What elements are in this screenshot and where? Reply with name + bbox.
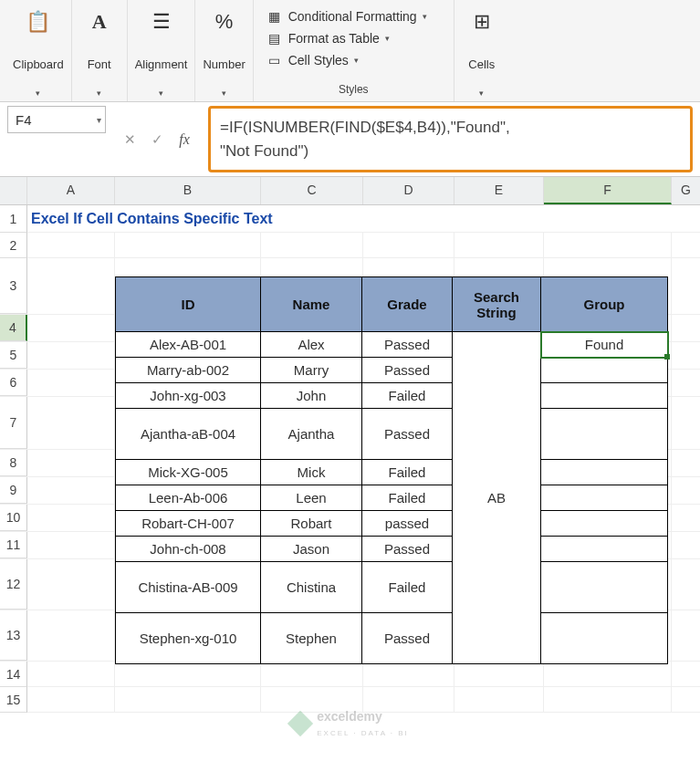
cell-id[interactable]: Ajantha-aB-004 bbox=[116, 409, 261, 460]
cell-group[interactable] bbox=[541, 562, 668, 613]
formula-input[interactable]: =IF(ISNUMBER(FIND($E$4,B4)),"Found", "No… bbox=[208, 106, 693, 172]
chevron-down-icon[interactable]: ▾ bbox=[159, 89, 163, 98]
cell[interactable] bbox=[363, 233, 454, 258]
cell-id[interactable]: Leen-Ab-006 bbox=[116, 485, 261, 511]
cell[interactable] bbox=[27, 687, 115, 713]
cell[interactable] bbox=[672, 233, 700, 258]
conditional-formatting-button[interactable]: ▦ Conditional Formatting ▾ bbox=[261, 5, 433, 27]
cell[interactable] bbox=[27, 532, 115, 558]
cell-group[interactable] bbox=[541, 537, 668, 562]
cell[interactable] bbox=[261, 233, 363, 258]
table-header-name[interactable]: Name bbox=[261, 277, 362, 332]
chevron-down-icon[interactable]: ▾ bbox=[36, 89, 40, 98]
cell[interactable] bbox=[454, 233, 544, 258]
col-header-A[interactable]: A bbox=[27, 177, 115, 204]
col-header-D[interactable]: D bbox=[363, 177, 454, 204]
cell[interactable] bbox=[544, 233, 672, 258]
table-header-search[interactable]: Search String bbox=[453, 277, 541, 332]
cell[interactable] bbox=[27, 610, 115, 661]
row-header-3[interactable]: 3 bbox=[0, 258, 27, 314]
cell-name[interactable]: Mick bbox=[261, 460, 362, 485]
cell-grade[interactable]: Passed bbox=[362, 358, 453, 383]
cell[interactable] bbox=[544, 662, 672, 687]
cell[interactable] bbox=[672, 258, 700, 314]
cell-grade[interactable]: Failed bbox=[362, 460, 453, 485]
cells-button[interactable]: ⊞ bbox=[462, 5, 502, 38]
row-header-12[interactable]: 12 bbox=[0, 559, 27, 610]
cell-id[interactable]: Chistina-AB-009 bbox=[116, 562, 261, 613]
cell-group[interactable] bbox=[541, 485, 668, 511]
cell[interactable] bbox=[672, 342, 700, 369]
cell[interactable] bbox=[672, 315, 700, 341]
row-header-5[interactable]: 5 bbox=[0, 342, 27, 369]
cell[interactable] bbox=[672, 370, 700, 396]
cell-grade[interactable]: passed bbox=[362, 511, 453, 537]
cell-id[interactable]: Stephen-xg-010 bbox=[116, 613, 261, 664]
col-header-B[interactable]: B bbox=[115, 177, 261, 204]
cell[interactable] bbox=[261, 687, 363, 713]
cell-name[interactable]: John bbox=[261, 383, 362, 409]
cell[interactable] bbox=[672, 559, 700, 610]
cell[interactable] bbox=[115, 233, 261, 258]
cell[interactable] bbox=[27, 559, 115, 610]
cell[interactable] bbox=[454, 662, 544, 687]
cell[interactable] bbox=[115, 662, 261, 687]
cell[interactable] bbox=[672, 450, 700, 476]
cell-name[interactable]: Stephen bbox=[261, 613, 362, 664]
cell-group[interactable]: Found bbox=[541, 332, 668, 358]
chevron-down-icon[interactable]: ▾ bbox=[479, 89, 484, 98]
col-header-E[interactable]: E bbox=[454, 177, 544, 204]
row-header-1[interactable]: 1 bbox=[0, 205, 27, 233]
cell[interactable] bbox=[672, 477, 700, 504]
cell-name[interactable]: Alex bbox=[261, 332, 362, 358]
format-as-table-button[interactable]: ▤ Format as Table ▾ bbox=[261, 27, 395, 49]
cell[interactable] bbox=[454, 687, 544, 713]
row-header-13[interactable]: 13 bbox=[0, 610, 27, 661]
cell-grade[interactable]: Passed bbox=[362, 332, 453, 358]
cell[interactable] bbox=[672, 687, 700, 713]
cell-group[interactable] bbox=[541, 383, 668, 409]
cell[interactable] bbox=[27, 342, 115, 369]
cell-id[interactable]: John-ch-008 bbox=[116, 537, 261, 562]
name-box[interactable]: F4 ▾ bbox=[7, 106, 106, 133]
row-header-14[interactable]: 14 bbox=[0, 662, 27, 687]
fx-icon[interactable]: fx bbox=[175, 131, 193, 148]
cell-name[interactable]: Marry bbox=[261, 358, 362, 383]
accept-icon[interactable]: ✓ bbox=[148, 131, 166, 148]
cell-grade[interactable]: Failed bbox=[362, 485, 453, 511]
col-header-G[interactable]: G bbox=[672, 177, 700, 204]
cell-grade[interactable]: Failed bbox=[362, 383, 453, 409]
sheet-body[interactable]: 1Excel If Cell Contains Specific Text234… bbox=[0, 205, 700, 744]
cell-id[interactable]: Mick-XG-005 bbox=[116, 460, 261, 485]
chevron-down-icon[interactable]: ▾ bbox=[222, 89, 226, 98]
cell-name[interactable]: Ajantha bbox=[261, 409, 362, 460]
col-header-F[interactable]: F bbox=[544, 177, 672, 204]
row-header-15[interactable]: 15 bbox=[0, 687, 27, 713]
cell[interactable] bbox=[672, 662, 700, 687]
cell[interactable] bbox=[27, 505, 115, 531]
row-header-8[interactable]: 8 bbox=[0, 450, 27, 476]
cell[interactable] bbox=[27, 450, 115, 476]
cell-id[interactable]: Marry-ab-002 bbox=[116, 358, 261, 383]
table-header-group[interactable]: Group bbox=[541, 277, 668, 332]
cell-name[interactable]: Robart bbox=[261, 511, 362, 537]
cell[interactable] bbox=[363, 687, 454, 713]
row-header-4[interactable]: 4 bbox=[0, 315, 27, 341]
cell-id[interactable]: Robart-CH-007 bbox=[116, 511, 261, 537]
cell[interactable] bbox=[115, 687, 261, 713]
cell[interactable] bbox=[261, 662, 363, 687]
cancel-icon[interactable]: ✕ bbox=[120, 131, 139, 148]
select-all-corner[interactable] bbox=[0, 177, 27, 204]
table-header-id[interactable]: ID bbox=[116, 277, 261, 332]
alignment-button[interactable]: ☰ bbox=[141, 5, 182, 38]
cell[interactable] bbox=[27, 370, 115, 396]
clipboard-button[interactable]: 📋 bbox=[18, 5, 58, 38]
cell-name[interactable]: Chistina bbox=[261, 562, 362, 613]
cell-grade[interactable]: Passed bbox=[362, 613, 453, 664]
col-header-C[interactable]: C bbox=[261, 177, 363, 204]
row-header-7[interactable]: 7 bbox=[0, 397, 27, 449]
cell-group[interactable] bbox=[541, 460, 668, 485]
cell[interactable] bbox=[544, 687, 672, 713]
row-header-9[interactable]: 9 bbox=[0, 477, 27, 504]
sheet-title[interactable]: Excel If Cell Contains Specific Text bbox=[27, 205, 672, 233]
